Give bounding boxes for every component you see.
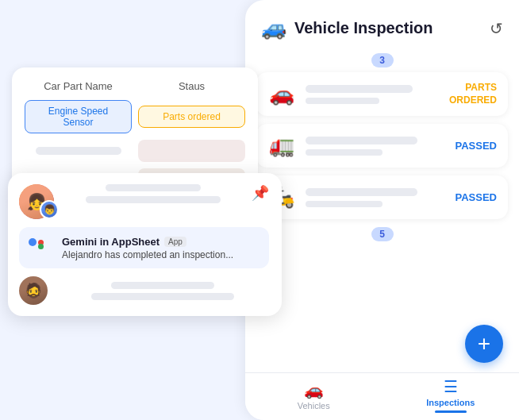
table-header: Car Part Name Staus xyxy=(25,80,245,92)
avatar-bottom: 🧔 xyxy=(19,276,48,305)
badge-row-bottom: 5 xyxy=(245,227,519,241)
nav-item-inspections[interactable]: ☰ Inspections xyxy=(383,377,520,416)
badge-count-top: 3 xyxy=(371,53,394,67)
inspection-card: 🚙 Vehicle Inspection ↺ 3 🚗 PARTSORDERED … xyxy=(245,0,519,420)
sender-name: Gemini in AppSheet xyxy=(62,236,160,248)
col-header-status: Staus xyxy=(138,80,245,92)
notif-message-row: Gemini in AppSheet App Alejandro has com… xyxy=(19,227,269,268)
notif-bottom: 🧔 xyxy=(19,276,269,305)
inspections-nav-icon: ☰ xyxy=(444,377,458,396)
gemini-dots xyxy=(29,235,54,249)
item-skeleton xyxy=(306,85,413,93)
status-chip-parts-ordered: Parts ordered xyxy=(138,106,245,128)
vehicle-icon: 🚙 xyxy=(261,16,286,40)
item-info xyxy=(306,188,446,207)
item-info xyxy=(306,137,446,156)
nav-vehicles-label: Vehicles xyxy=(298,401,330,410)
notif-text-block: Gemini in AppSheet App Alejandro has com… xyxy=(62,236,260,260)
nav-inspections-label: Inspections xyxy=(426,398,475,407)
gemini-icon xyxy=(29,235,54,260)
item-skeleton xyxy=(306,137,417,144)
bottom-skeleton-1 xyxy=(111,282,214,289)
car-icon: 🚗 xyxy=(267,82,296,106)
inspection-header: 🚙 Vehicle Inspection ↺ xyxy=(245,0,519,48)
bottom-skeletons xyxy=(56,282,269,300)
item-skeleton xyxy=(306,188,417,196)
nav-item-vehicles[interactable]: 🚗 Vehicles xyxy=(245,380,383,414)
inspection-item-car[interactable]: 🚗 PARTSORDERED xyxy=(256,72,508,116)
inspection-item-moto[interactable]: 🛵 PASSED xyxy=(256,175,508,219)
part-name-chip[interactable]: Engine Speed Sensor xyxy=(25,100,132,133)
bottom-skeleton-2 xyxy=(91,293,234,300)
app-badge: App xyxy=(164,237,186,247)
notification-popup: 👧 👦 📌 Gemini in AppSheet App A xyxy=(8,173,282,316)
fab-add-button[interactable]: + xyxy=(465,325,503,363)
item-info xyxy=(306,85,440,104)
bottom-nav: 🚗 Vehicles ☰ Inspections xyxy=(245,372,519,420)
inspection-list: 🚗 PARTSORDERED 🚛 PASSED 🛵 PASSED xyxy=(245,72,519,219)
status-passed-1: PASSED xyxy=(456,140,498,152)
truck-icon: 🚛 xyxy=(267,133,296,158)
notif-top: 👧 👦 📌 xyxy=(19,184,269,219)
notif-skeletons xyxy=(62,184,244,203)
skeleton-name xyxy=(36,147,121,155)
avatar-group: 👧 👦 xyxy=(19,184,54,219)
table-row xyxy=(25,140,245,162)
table-row[interactable]: Engine Speed Sensor Parts ordered xyxy=(25,100,245,133)
badge-row-top: 3 xyxy=(245,53,519,67)
inspection-title: Vehicle Inspection xyxy=(294,19,482,37)
avatar-secondary: 👦 xyxy=(40,200,59,219)
status-passed-2: PASSED xyxy=(456,191,498,203)
notif-sender: Gemini in AppSheet App xyxy=(62,236,260,248)
notif-body: Alejandro has completed an inspection... xyxy=(62,249,260,260)
notif-skeleton-2 xyxy=(86,196,221,203)
pin-icon[interactable]: 📌 xyxy=(252,184,269,202)
status-parts-ordered: PARTSORDERED xyxy=(449,82,497,106)
fab-plus-icon: + xyxy=(478,333,490,355)
dot-green xyxy=(38,244,44,249)
item-skeleton-sm xyxy=(306,201,383,207)
inspection-item-truck[interactable]: 🚛 PASSED xyxy=(256,124,508,168)
refresh-icon[interactable]: ↺ xyxy=(490,19,503,38)
item-skeleton-sm xyxy=(306,98,379,104)
vehicles-nav-icon: 🚗 xyxy=(304,380,324,399)
dot-blue xyxy=(29,238,37,246)
nav-active-indicator xyxy=(435,410,467,413)
badge-count-bottom: 5 xyxy=(371,227,394,241)
item-skeleton-sm xyxy=(306,149,383,156)
skeleton-status-yellow xyxy=(138,140,245,162)
notif-skeleton-1 xyxy=(106,184,201,191)
col-header-name: Car Part Name xyxy=(25,80,132,92)
